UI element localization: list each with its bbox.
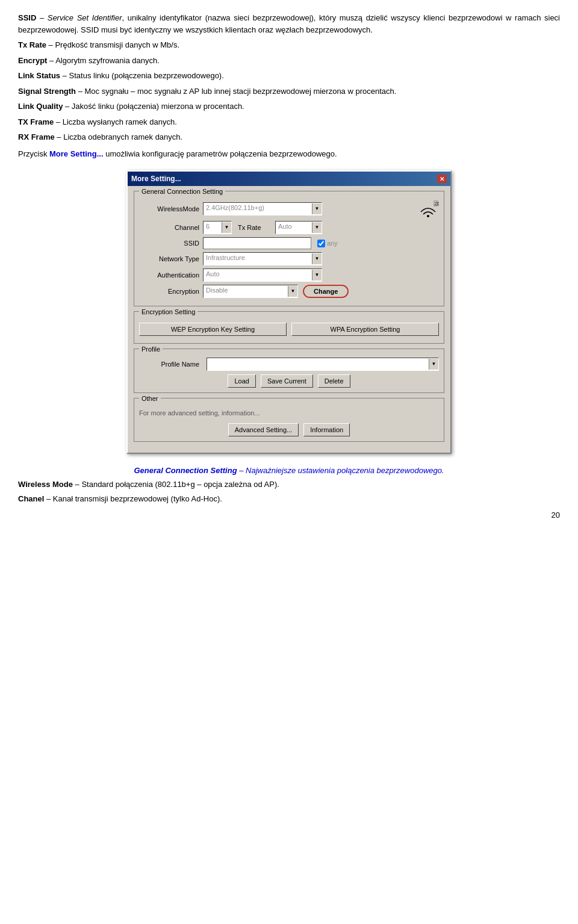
linkstatus-keyword: Link Status <box>18 71 60 80</box>
linkquality-keyword: Link Quality <box>18 102 63 111</box>
para-linkquality: Link Quality – Jakość linku (połączenia)… <box>18 101 560 113</box>
encryption-arrow[interactable]: ▼ <box>288 286 297 297</box>
profile-name-arrow[interactable]: ▼ <box>429 359 438 370</box>
profile-buttons: Load Save Current Delete <box>139 374 439 388</box>
bottom-para-chanel: Chanel – Kanał transmisji bezprzewodowej… <box>18 493 560 505</box>
bottom-para-wireless: Wireless Mode – Standard połączenia (802… <box>18 479 560 491</box>
encryption-row: Encryption Disable ▼ Change <box>139 285 439 298</box>
network-type-select[interactable]: Infrastructure ▼ <box>203 252 322 265</box>
txrate-value: Auto <box>276 222 312 234</box>
encryption-buttons: WEP Encryption Key Setting WPA Encryptio… <box>139 320 439 338</box>
network-type-value: Infrastructure <box>204 253 312 265</box>
intro-paragraphs: SSID – Service Set Identifier, unikalny … <box>18 12 560 143</box>
information-button[interactable]: Information <box>303 423 350 436</box>
para-rxframe: RX Frame – Liczba odebranych ramek danyc… <box>18 131 560 143</box>
channel-label: Channel <box>139 223 199 233</box>
dialog-titlebar: More Setting... ✕ <box>128 172 450 186</box>
other-content: For more advanced setting, information..… <box>139 407 439 436</box>
encryption-label: Encryption <box>139 287 199 297</box>
para-signal: Signal Strength – Moc sygnału – moc sygn… <box>18 85 560 98</box>
dialog-title: More Setting... <box>131 173 181 184</box>
general-connection-title: General Connection Setting <box>139 187 225 197</box>
network-type-arrow[interactable]: ▼ <box>312 253 322 264</box>
txrate-label: Tx Rate <box>238 223 272 233</box>
wireless-mode-arrow[interactable]: ▼ <box>312 203 322 214</box>
change-button[interactable]: Change <box>303 285 349 298</box>
encrypt-keyword: Encrypt <box>18 56 47 65</box>
ssid-keyword: SSID <box>18 13 36 22</box>
txrate-keyword: Tx Rate <box>18 40 46 49</box>
general-connection-ref: General Connection Setting <box>134 466 237 475</box>
auth-row: Authentication Auto ▼ <box>139 268 439 282</box>
network-type-row: Network Type Infrastructure ▼ <box>139 252 439 265</box>
advanced-setting-button[interactable]: Advanced Setting... <box>228 423 299 436</box>
wep-button[interactable]: WEP Encryption Key Setting <box>139 323 287 336</box>
wifi-icon: ZD <box>417 200 439 218</box>
auth-select[interactable]: Auto ▼ <box>203 268 322 282</box>
ssid-label: SSID <box>139 238 199 249</box>
channel-select[interactable]: 6 ▼ <box>203 221 232 234</box>
profile-name-value <box>207 358 429 370</box>
dialog-body: General Connection Setting WirelessMode … <box>128 186 450 453</box>
wireless-mode-select[interactable]: 2.4GHz(802.11b+g) ▼ <box>203 202 322 215</box>
channel-txrate-row: Channel 6 ▼ Tx Rate Auto ▼ <box>139 221 439 234</box>
bottom-text: General Connection Setting – Najważniejs… <box>18 465 560 505</box>
profile-name-select[interactable]: ▼ <box>207 358 439 371</box>
auth-label: Authentication <box>139 270 199 281</box>
dialog-wrapper: More Setting... ✕ General Connection Set… <box>18 170 560 454</box>
profile-title: Profile <box>139 344 163 355</box>
channel-arrow[interactable]: ▼ <box>222 222 231 233</box>
txrate-arrow[interactable]: ▼ <box>312 222 322 233</box>
any-checkbox[interactable] <box>317 240 325 247</box>
txframe-keyword: TX Frame <box>18 117 54 126</box>
more-setting-intro: Przycisk More Setting... umożliwia konfi… <box>18 148 560 160</box>
profile-name-label: Profile Name <box>139 359 199 370</box>
more-setting-dialog: More Setting... ✕ General Connection Set… <box>126 170 452 454</box>
profile-group: Profile Profile Name ▼ Load Save Current… <box>134 349 444 393</box>
svg-text:ZD: ZD <box>435 202 439 206</box>
wpa-button[interactable]: WPA Encryption Setting <box>291 323 439 336</box>
channel-value: 6 <box>204 222 222 234</box>
bottom-para-general: General Connection Setting – Najważniejs… <box>18 465 560 477</box>
para-encrypt: Encrypt – Algorytm szyfrowania danych. <box>18 55 560 67</box>
wireless-mode-value: 2.4GHz(802.11b+g) <box>204 203 312 215</box>
page-number: 20 <box>18 509 560 521</box>
general-connection-desc: – Najważniejsze ustawienia połączenia be… <box>239 466 444 475</box>
para-txframe: TX Frame – Liczba wysłanych ramek danych… <box>18 116 560 128</box>
para-ssid: SSID – Service Set Identifier, unikalny … <box>18 12 560 36</box>
ssid-input[interactable] <box>203 237 311 249</box>
wireless-mode-row: WirelessMode 2.4GHz(802.11b+g) ▼ ZD <box>139 200 439 218</box>
txrate-select[interactable]: Auto ▼ <box>275 221 322 234</box>
load-button[interactable]: Load <box>228 374 255 388</box>
dialog-close-button[interactable]: ✕ <box>437 175 447 183</box>
other-info-text: For more advanced setting, information..… <box>139 407 439 420</box>
general-connection-group: General Connection Setting WirelessMode … <box>134 191 444 306</box>
chanel-ref: Chanel <box>18 494 44 503</box>
other-buttons: Advanced Setting... Information <box>139 423 439 436</box>
encryption-setting-title: Encryption Setting <box>139 307 197 317</box>
delete-button[interactable]: Delete <box>318 374 350 388</box>
profile-content: Profile Name ▼ Load Save Current Delete <box>139 358 439 388</box>
signal-keyword: Signal Strength <box>18 87 76 96</box>
more-setting-ref: More Setting... <box>49 149 104 158</box>
encryption-value: Disable <box>204 285 288 297</box>
auth-arrow[interactable]: ▼ <box>312 270 322 281</box>
rxframe-keyword: RX Frame <box>18 132 55 141</box>
encryption-setting-content: WEP Encryption Key Setting WPA Encryptio… <box>139 320 439 338</box>
profile-name-row: Profile Name ▼ <box>139 358 439 371</box>
other-title: Other <box>139 394 161 404</box>
svg-point-2 <box>427 215 429 217</box>
auth-value: Auto <box>204 269 312 281</box>
other-group: Other For more advanced setting, informa… <box>134 398 444 442</box>
encryption-setting-group: Encryption Setting WEP Encryption Key Se… <box>134 311 444 344</box>
wireless-mode-ref: Wireless Mode <box>18 480 73 489</box>
encryption-select[interactable]: Disable ▼ <box>203 285 298 298</box>
para-txrate: Tx Rate – Prędkość transmisji danych w M… <box>18 39 560 51</box>
para-linkstatus: Link Status – Status linku (połączenia b… <box>18 70 560 82</box>
network-type-label: Network Type <box>139 254 199 264</box>
save-current-button[interactable]: Save Current <box>261 374 313 388</box>
general-connection-content: WirelessMode 2.4GHz(802.11b+g) ▼ ZD <box>139 200 439 298</box>
any-label: any <box>327 238 338 249</box>
ssid-row: SSID any <box>139 237 439 249</box>
wireless-mode-label: WirelessMode <box>139 204 199 214</box>
